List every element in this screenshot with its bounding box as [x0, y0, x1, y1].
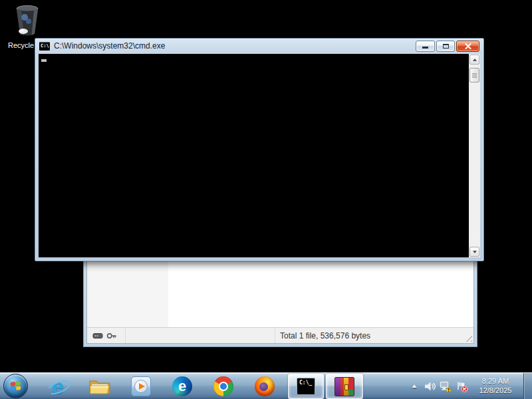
vertical-scrollbar[interactable] — [469, 54, 480, 257]
scroll-down-button[interactable] — [469, 247, 479, 257]
key-icon — [106, 332, 117, 340]
taskbar-button-winrar[interactable] — [326, 374, 363, 399]
network-warning-icon[interactable] — [440, 381, 452, 392]
cmd-window[interactable]: C:\ C:\Windows\system32\cmd.exe — [35, 38, 484, 261]
taskbar-button-windows-explorer[interactable] — [82, 374, 118, 399]
google-chrome-icon — [213, 376, 233, 396]
close-icon — [465, 43, 471, 49]
volume-icon[interactable] — [424, 381, 436, 392]
resize-grip[interactable] — [465, 334, 472, 342]
taskbar-button-cmd[interactable]: C:\_ — [288, 374, 324, 399]
scroll-up-icon — [473, 59, 477, 61]
archive-status-icons — [87, 328, 126, 343]
taskbar: e e C:\_ — [0, 372, 532, 399]
archive-status-bar: Total 1 file, 536,576 bytes — [87, 327, 473, 343]
command-prompt-icon: C:\_ — [297, 378, 315, 395]
minimize-button[interactable] — [416, 41, 435, 52]
windows-flag-icon — [10, 381, 21, 392]
close-button[interactable] — [456, 41, 479, 52]
action-center-flag-icon[interactable] — [456, 381, 468, 392]
scrollbar-grip — [472, 73, 477, 78]
console-area[interactable] — [39, 54, 469, 257]
maximize-icon — [443, 44, 449, 49]
minimize-icon — [422, 47, 428, 49]
recycle-bin-icon — [13, 4, 42, 37]
clock-time: 8:29 AM — [468, 376, 523, 386]
taskbar-button-edge[interactable]: e — [164, 374, 200, 399]
show-hidden-icons-arrow[interactable] — [412, 384, 417, 388]
scroll-down-icon — [473, 251, 477, 253]
windows-explorer-icon — [89, 378, 110, 395]
taskbar-button-firefox[interactable] — [247, 374, 283, 399]
archive-status-spacer — [126, 328, 275, 343]
clock-date: 12/8/2025 — [468, 386, 523, 395]
console-cursor — [41, 59, 47, 62]
cmd-titlebar[interactable]: C:\ C:\Windows\system32\cmd.exe — [35, 39, 483, 53]
scroll-up-button[interactable] — [469, 55, 479, 65]
taskbar-clock[interactable]: 8:29 AM 12/8/2025 — [468, 376, 523, 395]
taskbar-button-chrome[interactable] — [205, 374, 241, 399]
microsoft-edge-icon: e — [172, 376, 192, 396]
windows-media-player-icon — [131, 376, 151, 396]
internet-explorer-icon: e — [47, 376, 68, 397]
disk-icon — [92, 332, 103, 340]
taskbar-button-media-player[interactable] — [123, 374, 159, 399]
cmd-title-icon: C:\ — [39, 42, 50, 51]
maximize-button[interactable] — [436, 41, 455, 52]
scrollbar-thumb[interactable] — [469, 68, 479, 82]
winrar-icon — [334, 377, 354, 396]
taskbar-button-internet-explorer[interactable]: e — [40, 374, 76, 399]
show-desktop-button[interactable] — [523, 373, 532, 399]
firefox-icon — [255, 376, 275, 396]
archive-status-text: Total 1 file, 536,576 bytes — [275, 331, 370, 340]
cmd-window-title: C:\Windows\system32\cmd.exe — [54, 41, 165, 51]
start-button[interactable] — [3, 374, 28, 398]
